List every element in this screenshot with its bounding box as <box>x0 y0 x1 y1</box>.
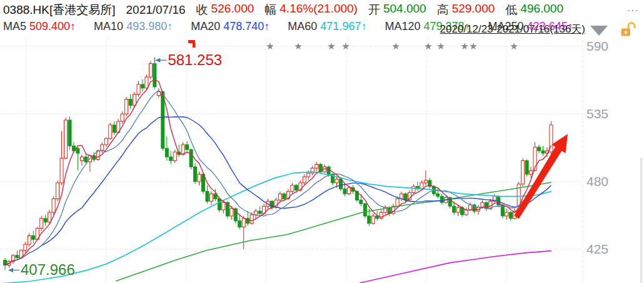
ma10-indicator: MA10493.980↑ <box>94 20 173 33</box>
star-icon: ★ <box>341 41 350 51</box>
star-icon: ★ <box>436 41 445 51</box>
stock-symbol: 0388.HK[香港交易所] <box>3 2 116 18</box>
ma20-indicator: MA20478.740↑ <box>191 20 269 33</box>
star-icon: ★ <box>266 41 274 51</box>
star-icon: ★ <box>469 41 477 51</box>
y-axis-label: 590 <box>586 39 608 53</box>
open-value: 504.000 <box>383 2 426 18</box>
star-icon: ★ <box>424 41 432 51</box>
high-quote: 高529.000 <box>437 2 495 18</box>
ma5-indicator: MA5509.400↑ <box>3 20 76 33</box>
ma5-line <box>5 80 551 265</box>
y-axis-label: 425 <box>586 242 608 256</box>
star-icon: ★ <box>294 41 302 51</box>
low-value: 496.000 <box>520 2 563 18</box>
close-value: 526.000 <box>211 2 254 18</box>
star-icon: ★ <box>327 41 335 51</box>
unlocked-padlock-icon[interactable] <box>619 21 638 39</box>
star-icon: ★ <box>391 41 400 51</box>
ma20-line <box>5 117 551 265</box>
low-quote: 低496.000 <box>505 2 563 18</box>
ma120-line <box>116 182 551 281</box>
open-quote: 开504.000 <box>368 2 426 18</box>
ma10-value: 493.980↑ <box>126 20 173 33</box>
ma20-value: 478.740↑ <box>223 20 269 33</box>
y-axis-label: 480 <box>586 174 608 188</box>
star-icon: ★ <box>460 41 468 51</box>
ma60-line <box>0 172 551 283</box>
star-icon: ★ <box>510 41 518 51</box>
ma10-line <box>5 91 551 265</box>
low-price-label: 407.966 <box>21 261 75 278</box>
change-value: 4.16%(21.000) <box>279 2 358 18</box>
scrollbar[interactable] <box>640 158 642 283</box>
stock-chart-window: 590535480425★★★★★★★★★★581.253407.966 038… <box>0 0 644 283</box>
quote-date: 2021/07/16 <box>126 3 186 17</box>
ma5-value: 509.400↑ <box>29 20 76 33</box>
peak-price-label: 581.253 <box>168 51 222 68</box>
change-quote: 幅4.16%(21.000) <box>264 2 358 18</box>
ma250-line <box>360 251 551 283</box>
date-range-link[interactable]: 2020/12/23-2021/07/16(136天) <box>440 22 585 36</box>
dropdown-arrow-icon[interactable] <box>590 26 608 36</box>
ma60-indicator: MA60471.967↑ <box>288 20 366 33</box>
close-quote: 收526.000 <box>196 2 254 18</box>
ma60-value: 471.967↑ <box>320 20 366 33</box>
y-axis-label: 535 <box>586 106 608 121</box>
event-flag-marker <box>193 43 196 48</box>
quote-header: 0388.HK[香港交易所] 2021/07/16 收526.000 幅4.16… <box>3 2 563 18</box>
candlestick-chart[interactable]: 590535480425★★★★★★★★★★581.253407.966 <box>0 0 644 283</box>
more-button[interactable]: ... <box>627 1 639 14</box>
high-value: 529.000 <box>452 2 495 18</box>
